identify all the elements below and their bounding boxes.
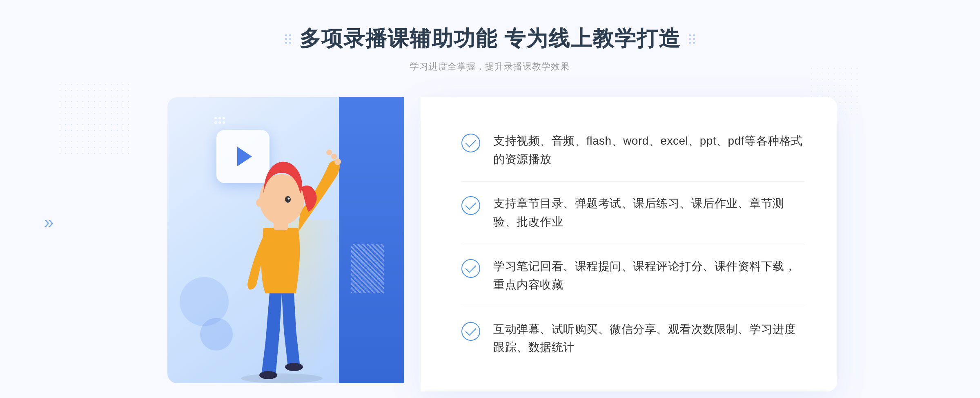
feature-item-4: 互动弹幕、试听购买、微信分享、观看次数限制、学习进度跟踪、数据统计 [461,313,804,364]
divider-2 [461,244,804,244]
main-content: 支持视频、音频、flash、word、excel、ppt、pdf等各种格式的资源… [143,97,837,391]
feature-text-3: 学习笔记回看、课程提问、课程评论打分、课件资料下载，重点内容收藏 [493,257,804,294]
svg-point-5 [285,196,291,203]
person-illustration [200,130,363,383]
check-icon-2 [461,196,480,215]
play-bubble-dots [214,117,225,124]
feature-text-2: 支持章节目录、弹题考试、课后练习、课后作业、章节测验、批改作业 [493,195,804,231]
divider-3 [461,307,804,307]
svg-point-2 [285,363,303,371]
svg-point-8 [334,159,341,165]
feature-item-2: 支持章节目录、弹题考试、课后练习、课后作业、章节测验、批改作业 [461,187,804,239]
feature-item-3: 学习笔记回看、课程提问、课程评论打分、课件资料下载，重点内容收藏 [461,250,804,302]
svg-point-1 [259,371,277,379]
check-icon-4 [461,322,480,341]
svg-point-6 [288,198,290,200]
svg-point-10 [326,150,332,155]
check-circle-1 [461,134,480,152]
svg-point-9 [331,154,337,159]
check-circle-4 [461,322,480,341]
left-illustration [143,97,421,391]
check-icon-1 [461,134,480,152]
feature-item-1: 支持视频、音频、flash、word、excel、ppt、pdf等各种格式的资源… [461,125,804,176]
svg-point-7 [256,199,263,207]
page-subtitle: 学习进度全掌握，提升录播课教学效果 [285,60,695,73]
page-title: 多项录播课辅助功能 专为线上教学打造 [285,25,695,53]
divider-1 [461,181,804,182]
page-container: » 多项录播课辅助功能 专为线上教学打造 学习进度全掌握，提升录播课教学效果 [0,0,980,398]
check-circle-2 [461,196,480,215]
bg-dots-left [57,82,131,155]
chevron-left-icon: » [44,212,53,232]
right-features-panel: 支持视频、音频、flash、word、excel、ppt、pdf等各种格式的资源… [421,97,837,391]
check-icon-3 [461,259,480,278]
header-section: 多项录播课辅助功能 专为线上教学打造 学习进度全掌握，提升录播课教学效果 [285,25,695,73]
check-circle-3 [461,259,480,278]
illus-card [167,97,404,383]
deco-dots-left [285,34,291,44]
svg-point-0 [241,373,323,383]
feature-text-1: 支持视频、音频、flash、word、excel、ppt、pdf等各种格式的资源… [493,132,804,169]
deco-dots-right [689,34,695,44]
feature-text-4: 互动弹幕、试听购买、微信分享、观看次数限制、学习进度跟踪、数据统计 [493,320,804,357]
